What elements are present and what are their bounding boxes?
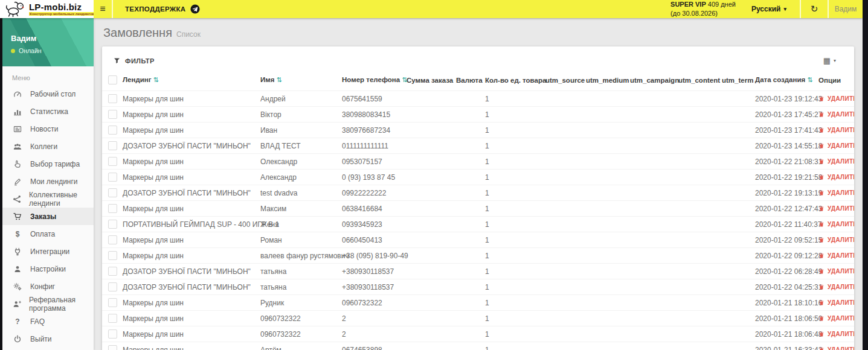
delete-button[interactable]: УДАЛИТЬ <box>818 331 854 337</box>
delete-button[interactable]: УДАЛИТЬ <box>818 111 854 118</box>
delete-button[interactable]: УДАЛИТЬ <box>818 252 854 259</box>
row-checkbox[interactable] <box>108 141 117 150</box>
cell-created-date: 2020-01-22 09:52:15 <box>753 232 817 248</box>
cell-utm-campaign <box>628 122 677 138</box>
column-header[interactable]: utm_term <box>720 72 753 91</box>
cell-quantity: 1 <box>483 342 544 350</box>
sidebar-item-tariff[interactable]: Выбор тарифа <box>2 155 94 173</box>
cell-order-sum <box>405 170 454 185</box>
column-header[interactable]: Кол-во ед. товара <box>483 72 544 91</box>
row-checkbox[interactable] <box>108 188 117 197</box>
sidebar-item-statistics[interactable]: Статистика <box>2 103 94 120</box>
row-checkbox[interactable] <box>108 235 117 244</box>
cell-utm-campaign <box>628 185 677 201</box>
row-checkbox[interactable] <box>108 126 117 135</box>
delete-button[interactable]: УДАЛИТЬ <box>818 221 854 228</box>
delete-button[interactable]: УДАЛИТЬ <box>818 268 854 275</box>
delete-button[interactable]: УДАЛИТЬ <box>818 205 854 212</box>
sidebar-item-settings[interactable]: Настройки <box>2 260 94 278</box>
sidebar-item-colleagues[interactable]: Коллеги <box>2 138 94 155</box>
sidebar-item-logout[interactable]: Выйти <box>2 330 94 348</box>
cell-order-sum <box>405 154 454 170</box>
column-header[interactable]: Валюта <box>454 72 483 91</box>
refresh-button[interactable]: ↻ <box>801 4 828 14</box>
sidebar-item-integrations[interactable]: Интеграции <box>2 243 94 260</box>
sidebar-item-referral[interactable]: Реферальная программа <box>2 295 94 313</box>
funnel-icon <box>114 57 120 64</box>
delete-button[interactable]: УДАЛИТЬ <box>818 127 854 133</box>
delete-button[interactable]: УДАЛИТЬ <box>818 189 854 196</box>
hamburger-menu-icon[interactable]: ≡ <box>94 4 112 14</box>
sidebar-item-collective[interactable]: Коллективные лендинги <box>2 190 94 208</box>
row-checkbox[interactable] <box>108 173 117 182</box>
cell-created-date: 2020-01-21 18:06:50 <box>753 311 817 326</box>
delete-button[interactable]: УДАЛИТЬ <box>818 142 854 149</box>
sidebar-item-landings[interactable]: Мои лендинги <box>2 173 94 190</box>
cell-utm-content <box>677 342 720 350</box>
delete-button[interactable]: УДАЛИТЬ <box>818 158 854 165</box>
row-checkbox[interactable] <box>108 204 117 213</box>
filter-button[interactable]: ФИЛЬТР <box>114 57 155 65</box>
column-header[interactable]: utm_medium <box>584 72 628 91</box>
column-header[interactable]: Сумма заказа <box>405 72 454 91</box>
trash-icon <box>818 315 825 322</box>
column-header[interactable]: utm_source <box>544 72 584 91</box>
trash-icon <box>818 268 825 275</box>
delete-button[interactable]: УДАЛИТЬ <box>818 284 854 290</box>
row-checkbox[interactable] <box>108 329 117 339</box>
cell-name: татьяна <box>259 279 340 295</box>
row-checkbox[interactable] <box>108 157 117 166</box>
row-checkbox[interactable] <box>108 110 117 119</box>
sidebar-item-faq[interactable]: ? FAQ <box>2 313 94 330</box>
row-checkbox[interactable] <box>108 314 117 323</box>
row-checkbox[interactable] <box>108 94 117 103</box>
row-checkbox[interactable] <box>108 282 117 291</box>
column-header[interactable]: utm_content <box>677 72 720 91</box>
column-header[interactable]: utm_campaign <box>628 72 677 91</box>
sidebar-item-payment[interactable]: $ Оплата <box>2 225 94 243</box>
table-row: Маркеры для шин Артём 0674653898 1 2020-… <box>102 342 854 350</box>
cell-name: Александр <box>259 170 340 185</box>
cell-phone: 0 (93) 193 87 45 <box>340 170 405 185</box>
cell-currency <box>454 91 483 107</box>
cell-utm-campaign <box>628 201 677 217</box>
delete-button[interactable]: УДАЛИТЬ <box>818 174 854 180</box>
delete-button[interactable]: УДАЛИТЬ <box>818 346 854 350</box>
delete-button[interactable]: УДАЛИТЬ <box>818 299 854 306</box>
cell-utm-source <box>544 122 584 138</box>
columns-visibility-button[interactable]: ▦ ▾ <box>823 56 836 65</box>
row-checkbox[interactable] <box>108 251 117 260</box>
sidebar-item-orders[interactable]: Заказы <box>2 208 94 225</box>
delete-button[interactable]: УДАЛИТЬ <box>818 237 854 243</box>
cell-phone: 0660450413 <box>340 232 405 248</box>
cell-phone: 0939345923 <box>340 217 405 232</box>
column-header[interactable]: Опции <box>817 72 854 91</box>
delete-button[interactable]: УДАЛИТЬ <box>818 315 854 322</box>
cell-order-sum <box>405 122 454 138</box>
logo[interactable]: LP-mobi.biz Конструктор мобильных лендин… <box>0 0 94 18</box>
select-all-checkbox[interactable] <box>108 75 117 84</box>
row-checkbox[interactable] <box>108 345 117 350</box>
sidebar-item-dashboard[interactable]: Рабочий стол <box>2 85 94 103</box>
sidebar-item-config[interactable]: Конфиг <box>2 278 94 295</box>
logo-tagline: Конструктор мобильных лендингов <box>29 12 95 16</box>
row-checkbox[interactable] <box>108 220 117 229</box>
row-checkbox[interactable] <box>108 267 117 276</box>
sidebar-item-news[interactable]: Новости <box>2 120 94 138</box>
column-header[interactable]: Лендинг⇅ <box>121 72 259 91</box>
cell-utm-medium <box>584 91 628 107</box>
row-checkbox[interactable] <box>108 298 117 307</box>
topbar-user-button[interactable]: Вадим <box>829 5 863 13</box>
cell-quantity: 1 <box>483 279 544 295</box>
language-select[interactable]: Русский ▾ <box>751 5 786 13</box>
delete-button[interactable]: УДАЛИТЬ <box>818 95 854 102</box>
sort-icon: ⇅ <box>153 76 159 83</box>
cell-currency <box>454 295 483 311</box>
column-header[interactable]: Дата создания⇅ <box>753 72 817 91</box>
chevron-down-icon: ▾ <box>783 6 786 12</box>
cell-utm-source <box>544 295 584 311</box>
column-header[interactable]: Номер телефона⇅ <box>340 72 405 91</box>
orders-card: ФИЛЬТР ▦ ▾ Лендинг⇅ Имя⇅ <box>102 46 854 350</box>
support-button[interactable]: ТЕХПОДДЕРЖКА <box>113 4 210 14</box>
column-header[interactable]: Имя⇅ <box>259 72 340 91</box>
